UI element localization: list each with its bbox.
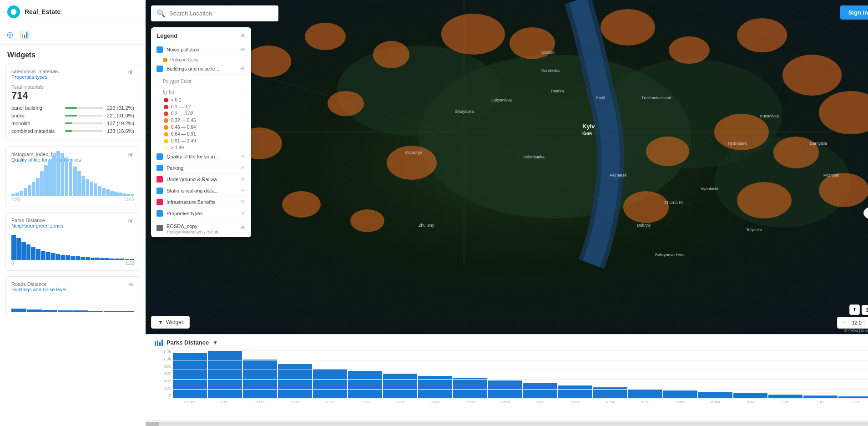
legend-range-3: 0.2 — 0.32 — [151, 110, 251, 117]
widget2-visibility-toggle[interactable]: 👁 — [128, 152, 134, 159]
legend-title: Legend — [156, 32, 177, 39]
legend-eye-infrastructure[interactable]: 👁 — [240, 199, 246, 205]
chart-x-label-8: 0.508 — [453, 400, 487, 404]
widgets-title: Widgets — [0, 45, 146, 64]
widget-button[interactable]: ▼ Widget — [151, 316, 190, 329]
chart-bar-8 — [453, 378, 487, 399]
legend-sub-noise: Polygon Color — [151, 56, 251, 63]
map-background — [146, 0, 868, 334]
scrollbar-track — [146, 422, 868, 426]
widget3-visibility-toggle[interactable]: 👁 — [128, 218, 134, 225]
legend-range-7: 0.91 — 1.49 — [151, 137, 251, 144]
chart-x-labels: 0.05650.1130.1690.2260.2820.3390.3950.45… — [155, 400, 868, 404]
osm-attribution: © OSM | © Mapbox — [844, 329, 868, 333]
chart-area — [155, 349, 868, 399]
chart-bar-4 — [313, 369, 347, 399]
widget-categorical-materials: categorical_materials Properties types 👁… — [5, 64, 140, 141]
legend-eye-parking[interactable]: 👁 — [240, 165, 246, 171]
sign-in-button[interactable]: Sign in — [840, 5, 868, 20]
app-logo — [7, 5, 20, 18]
map-controls: ⬆ 3D − 12.0 + — [837, 304, 868, 329]
chart-bar-5 — [348, 371, 382, 399]
chart-bar-15 — [698, 392, 732, 399]
legend-eye-stations[interactable]: 👁 — [240, 188, 246, 194]
svg-point-0 — [11, 9, 17, 15]
widget4-sub: Buildings and noise level — [11, 287, 66, 292]
svg-rect-9 — [157, 340, 158, 346]
legend-icon-stations — [156, 188, 163, 194]
main-area: KyivКиїв Obolon Podil Pechersk Solomiank… — [146, 0, 868, 426]
search-bar: 🔍 — [151, 5, 278, 21]
search-input-wrap[interactable]: 🔍 — [151, 5, 278, 21]
chart-title: Parks Distance — [167, 339, 209, 346]
chart-x-label-0: 0.0565 — [173, 400, 207, 404]
chart-x-label-3: 0.226 — [278, 400, 312, 404]
legend-range-2: 0.1 — 0.2 — [151, 103, 251, 110]
legend-label-parking: Parking — [167, 165, 237, 171]
chart-x-label-7: 0.452 — [418, 400, 452, 404]
legend-sub-eosda: storage-rastera59d177c-b3b... — [167, 230, 237, 234]
bottom-scrollbar[interactable] — [146, 421, 868, 426]
widget-histogram: histogram_index_floa Quality of life for… — [5, 147, 140, 207]
histogram-bars — [11, 169, 134, 196]
legend-panel: Legend ✕ Noise pollution 👁 Polygon Color… — [151, 27, 251, 237]
chart-x-label-18: 1.07 — [803, 400, 838, 404]
chart-x-label-6: 0.395 — [383, 400, 417, 404]
chart-x-label-19: 1.13 — [838, 400, 868, 404]
zoom-out-button[interactable]: − — [838, 317, 848, 328]
legend-label-eosda: EOSDA_copy — [167, 223, 197, 229]
zoom-in-button[interactable]: + — [865, 317, 868, 328]
chart-x-label-5: 0.339 — [348, 400, 382, 404]
legend-item-noise-pollution: Noise pollution 👁 — [151, 44, 251, 56]
widget1-visibility-toggle[interactable]: 👁 — [128, 69, 134, 76]
legend-close-button[interactable]: ✕ — [240, 32, 246, 39]
chart-x-label-12: 0.734 — [593, 400, 627, 404]
legend-eye-properties[interactable]: 👁 — [240, 210, 246, 217]
chart-x-label-13: 0.791 — [628, 400, 662, 404]
legend-label-noise: Noise pollution — [167, 47, 237, 52]
legend-header: Legend ✕ — [151, 27, 251, 44]
chevron-down-icon: ▼ — [158, 319, 163, 325]
chart-bar-6 — [383, 374, 417, 399]
widget3-name: Parks Distance — [11, 218, 63, 223]
chart-icon[interactable]: 📊 — [18, 28, 31, 41]
legend-eye-quality[interactable]: 👁 — [240, 153, 246, 160]
widget1-name: categorical_materials — [11, 69, 59, 74]
legend-item-quality: Quality of life for youn... 👁 — [151, 151, 251, 162]
mode-3d-button[interactable]: 3D — [862, 305, 868, 315]
widget3-sub: Neighbour green zones — [11, 223, 63, 228]
parks-axis: 0 1.22 — [11, 261, 134, 266]
widget4-visibility-toggle[interactable]: 👁 — [128, 281, 134, 289]
legend-item-parking: Parking 👁 — [151, 162, 251, 174]
chart-x-label-17: 1.02 — [768, 400, 802, 404]
chart-x-label-9: 0.565 — [488, 400, 522, 404]
legend-icon-eosda — [156, 225, 163, 231]
legend-icon-buildings — [156, 66, 163, 72]
legend-icon-properties — [156, 210, 163, 217]
legend-eye-eosda[interactable]: 👁 — [240, 225, 246, 231]
chart-x-label-14: 0.847 — [663, 400, 697, 404]
legend-range-6: 0.64 — 0.91 — [151, 131, 251, 137]
svg-rect-8 — [155, 341, 156, 346]
histogram-axis: 2.95 3.65 — [11, 197, 134, 202]
legend-eye-noise[interactable]: 👁 — [240, 46, 246, 53]
legend-eye-buildings[interactable]: 👁 — [240, 66, 246, 72]
chart-dropdown[interactable]: ▼ — [212, 340, 218, 346]
legend-eye-underground[interactable]: 👁 — [240, 176, 246, 183]
legend-icon-infrastructure — [156, 199, 163, 205]
map-container[interactable]: KyivКиїв Obolon Podil Pechersk Solomiank… — [146, 0, 868, 334]
chart-x-label-2: 0.169 — [243, 400, 277, 404]
svg-rect-10 — [159, 342, 161, 346]
sidebar: Real_Estate ◎ 📊 Widgets categorical_mate… — [0, 0, 146, 426]
material-row-panel: panel building 223 (31.2%) — [11, 105, 134, 111]
altitude-icon[interactable]: ⬆ — [849, 304, 860, 315]
material-row-combined: combined materials 133 (18.6%) — [11, 128, 134, 134]
chart-x-label-15: 0.904 — [698, 400, 732, 404]
search-input[interactable] — [169, 10, 273, 17]
scrollbar-handle[interactable] — [146, 422, 159, 426]
layers-icon[interactable]: ◎ — [4, 28, 16, 41]
zoom-value: 12.0 — [848, 320, 864, 325]
svg-rect-11 — [161, 340, 163, 346]
chart-bar-10 — [523, 383, 557, 399]
legend-item-buildings: Buildings and noise le... 👁 — [151, 63, 251, 75]
